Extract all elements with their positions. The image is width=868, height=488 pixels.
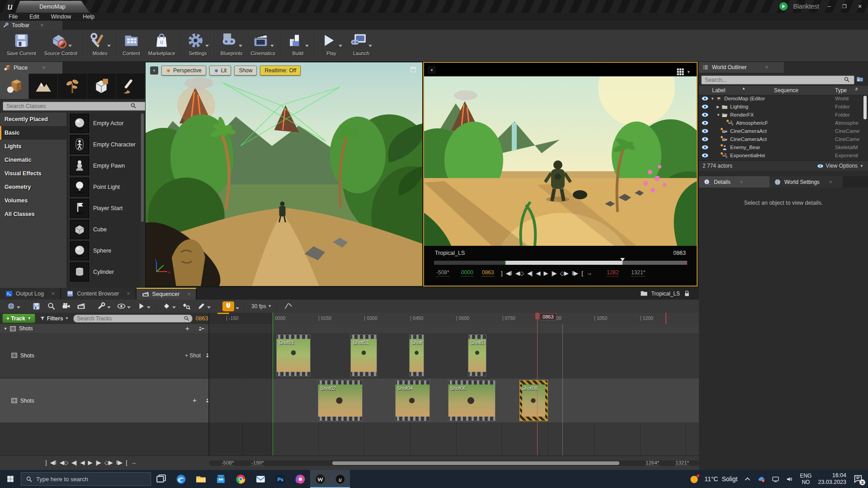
file-explorer-taskbar-button[interactable] <box>191 470 211 488</box>
play-reverse-icon[interactable]: ◀ <box>536 270 540 277</box>
menu-item-file[interactable]: File <box>3 14 24 20</box>
visibility-eye-icon[interactable] <box>702 145 708 150</box>
outliner-row[interactable]: CineCameraActCineCame <box>699 136 868 144</box>
place-tab[interactable]: Place × <box>0 62 62 74</box>
place-item-player-start[interactable]: Player Start <box>66 197 140 219</box>
category-basic[interactable]: Basic <box>0 126 66 140</box>
viewport-button-perspective[interactable]: Perspective <box>161 66 206 75</box>
outliner-scrollbar[interactable] <box>863 96 867 119</box>
outliner-row[interactable]: Enemy_BearSkeletalM <box>699 144 868 152</box>
edit-options-button[interactable] <box>197 302 211 310</box>
paint-mode-tab[interactable] <box>116 74 145 99</box>
clock[interactable]: 16:04 23.03.2023 <box>818 472 846 486</box>
toolbar-button-build[interactable]: Build <box>283 30 313 56</box>
scrub-handle[interactable] <box>620 258 625 261</box>
chevron-down-icon[interactable] <box>305 45 309 47</box>
playback-range-value[interactable]: 1321* <box>631 269 645 277</box>
tab-sequencer[interactable]: Sequencer× <box>137 288 197 300</box>
chevron-down-icon[interactable] <box>368 45 372 47</box>
volume-icon[interactable] <box>786 475 793 483</box>
add-icon[interactable] <box>191 398 198 404</box>
chevron-down-icon[interactable] <box>236 307 239 310</box>
view-options-button[interactable]: View Options ▼ <box>817 163 863 169</box>
viewport-button-realtime-off[interactable]: Realtime: Off <box>260 66 301 75</box>
viewport-button-show[interactable]: Show <box>234 66 257 75</box>
view-range-value[interactable]: -508* <box>222 460 234 466</box>
outliner-row[interactable]: ExponentialHeiExponenti <box>699 152 868 160</box>
toolbar-button-save-current[interactable]: Save Current <box>3 30 40 56</box>
account-avatar-icon[interactable] <box>778 1 788 11</box>
chevron-down-icon[interactable] <box>17 306 20 309</box>
timeline-tracks[interactable]: Shot01Shot03Shot05Shot07Shot02Shot04Shot… <box>209 324 699 455</box>
menu-item-window[interactable]: Window <box>45 14 77 20</box>
category-all-classes[interactable]: All Classes <box>0 207 66 221</box>
store-taskbar-button[interactable] <box>211 470 231 488</box>
shots-track-row-selected[interactable]: Shots <box>0 379 220 422</box>
chrome-taskbar-button[interactable] <box>231 470 250 488</box>
save-button[interactable] <box>32 302 41 310</box>
task-view-taskbar-button[interactable] <box>151 470 171 488</box>
view-range-value[interactable]: 1264* <box>646 460 659 466</box>
chevron-down-icon[interactable] <box>207 306 211 309</box>
shot-clip-shot07[interactable]: Shot07 <box>468 334 486 376</box>
close-icon[interactable]: × <box>40 22 43 28</box>
close-icon[interactable]: × <box>187 291 190 297</box>
column-sequence[interactable]: Sequence <box>774 87 798 94</box>
sequencer-timeline[interactable]: -150000001500300045006000750090010501200… <box>209 313 699 455</box>
playback-options-button[interactable] <box>137 302 151 310</box>
minimize-button[interactable]: ─ <box>824 2 835 10</box>
camera-cuts-icon[interactable] <box>198 326 205 332</box>
language-indicator[interactable]: ENG NO <box>800 473 811 485</box>
category-volumes[interactable]: Volumes <box>0 194 66 207</box>
category-cinematic[interactable]: Cinematic <box>0 153 66 167</box>
tab-output-log[interactable]: Output Log× <box>0 288 61 300</box>
playback-range-value[interactable]: 0863 <box>482 269 494 277</box>
dev-app-taskbar-button[interactable] <box>310 470 330 488</box>
foliage-mode-tab[interactable] <box>58 74 87 99</box>
visibility-eye-icon[interactable] <box>702 129 708 134</box>
level-tab[interactable]: DemoMap <box>15 1 90 13</box>
fps-selector[interactable]: 30 fps▼ <box>251 303 272 310</box>
toolbar-button-marketplace[interactable]: uMarketplace <box>144 30 179 56</box>
loop-mode-icon[interactable]: → <box>586 270 592 277</box>
toolbar-button-settings[interactable]: Settings <box>183 30 213 56</box>
next-key-icon[interactable]: ◇▶ <box>104 459 113 466</box>
tab-world-settings[interactable]: World Settings × <box>769 176 843 188</box>
close-icon[interactable]: × <box>765 64 768 70</box>
shot-clip-shot08[interactable]: Shot08 <box>519 380 548 421</box>
general-options-button[interactable] <box>97 302 111 310</box>
outliner-row[interactable]: AtmosphericFAtmosphe <box>699 119 868 127</box>
play-icon[interactable]: ▶ <box>88 459 92 466</box>
visibility-eye-icon[interactable] <box>702 104 708 109</box>
jump-to-front-icon[interactable]: ◀‖ <box>506 270 512 277</box>
previous-key-icon[interactable]: ◀◇ <box>515 270 524 277</box>
chevron-down-icon[interactable] <box>107 306 111 309</box>
chevron-down-icon[interactable] <box>339 45 342 47</box>
close-icon[interactable]: × <box>127 291 130 297</box>
category-visual-effects[interactable]: Visual Effects <box>0 167 66 180</box>
landscape-mode-tab[interactable] <box>29 74 58 99</box>
world-outliner-tab[interactable]: World Outliner × <box>699 62 784 73</box>
onedrive-icon[interactable] <box>758 475 765 483</box>
playback-range-value[interactable]: 0000 <box>461 269 473 277</box>
jump-to-end-icon[interactable]: ‖▶ <box>572 270 578 277</box>
place-item-cube[interactable]: Cube <box>66 219 140 240</box>
visibility-eye-icon[interactable] <box>702 153 708 158</box>
step-back-icon[interactable]: ◀| <box>527 270 532 277</box>
chevron-down-icon[interactable] <box>172 306 176 309</box>
category-geometry[interactable]: Geometry <box>0 180 66 194</box>
playback-range-value[interactable]: -508* <box>436 269 449 277</box>
set-end-icon[interactable]: [ <box>126 459 127 466</box>
taskbar-search[interactable]: Type here to search <box>21 472 151 486</box>
restore-button[interactable]: ❐ <box>839 2 850 10</box>
tab-content-browser[interactable]: Content Browser× <box>61 288 136 300</box>
visibility-eye-icon[interactable] <box>702 121 708 126</box>
outliner-row[interactable]: ▶LightingFolder <box>699 103 868 111</box>
expander-icon[interactable]: ▼ <box>4 327 7 331</box>
jump-to-end-icon[interactable]: ‖▶ <box>116 459 122 466</box>
sequence-breadcrumb[interactable]: Tropical_LS <box>640 290 691 297</box>
shot-clip-shot03[interactable]: Shot03 <box>350 334 377 376</box>
play-icon[interactable]: ▶ <box>543 270 547 277</box>
next-key-icon[interactable]: ◇▶ <box>560 270 568 277</box>
shot-clip-shot06[interactable]: Shot06 <box>448 380 495 421</box>
